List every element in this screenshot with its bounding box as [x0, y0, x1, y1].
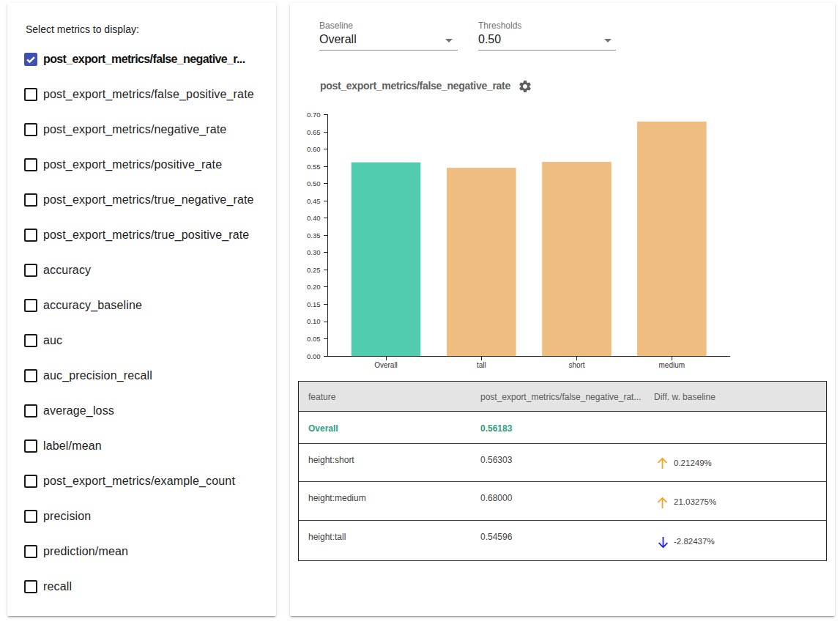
svg-text:0.15: 0.15	[307, 300, 321, 308]
svg-text:short: short	[568, 361, 584, 369]
svg-text:0.10: 0.10	[307, 317, 321, 325]
svg-text:0.20: 0.20	[307, 283, 321, 291]
svg-text:Overall: Overall	[374, 361, 398, 369]
svg-text:0.65: 0.65	[307, 128, 321, 136]
svg-text:0.00: 0.00	[307, 352, 321, 360]
svg-text:0.45: 0.45	[307, 197, 321, 205]
svg-text:medium: medium	[659, 361, 685, 369]
svg-text:0.50: 0.50	[307, 179, 321, 188]
svg-text:0.55: 0.55	[307, 163, 321, 171]
svg-text:0.05: 0.05	[307, 335, 321, 343]
svg-text:0.60: 0.60	[307, 145, 321, 153]
svg-text:0.25: 0.25	[307, 266, 321, 274]
svg-text:0.35: 0.35	[307, 231, 321, 240]
svg-text:tall: tall	[477, 361, 486, 369]
svg-text:0.30: 0.30	[307, 248, 321, 256]
svg-text:0.70: 0.70	[307, 111, 321, 119]
svg-text:0.40: 0.40	[307, 214, 321, 222]
